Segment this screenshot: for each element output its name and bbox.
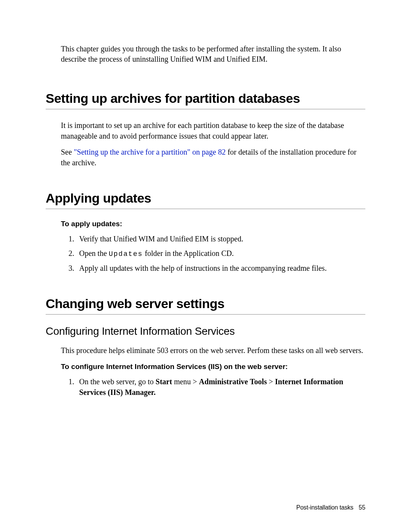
apply-updates-list: Verify that Unified WIM and Unified EIM … (46, 233, 365, 273)
cross-reference-link[interactable]: "Setting up the archive for a partition"… (74, 148, 226, 156)
li2-pre: Open the (79, 249, 109, 257)
section1-body: It is important to set up an archive for… (46, 120, 365, 168)
li1-bold-admin-tools: Administrative Tools (199, 377, 267, 386)
subheading-to-apply-updates: To apply updates: (61, 220, 365, 228)
li1-mid2: > (267, 377, 275, 386)
updates-folder-mono: Updates (109, 250, 143, 258)
heading-setting-up-archives: Setting up archives for partition databa… (46, 91, 365, 109)
configure-iis-list: On the web server, go to Start menu > Ad… (46, 376, 365, 398)
li1-pre: On the web server, go to (79, 377, 156, 386)
heading-configuring-iis: Configuring Internet Information Service… (46, 325, 365, 337)
list-item: Verify that Unified WIM and Unified EIM … (68, 233, 365, 244)
page-content: This chapter guides you through the task… (0, 0, 411, 443)
section1-p1: It is important to set up an archive for… (61, 120, 365, 141)
list-item: On the web server, go to Start menu > Ad… (68, 376, 365, 398)
li1-mid1: menu > (172, 377, 199, 386)
heading-applying-updates: Applying updates (46, 191, 365, 209)
li1-bold-start: Start (156, 377, 172, 386)
page-footer: Post-installation tasks55 (296, 504, 365, 511)
list-item: Apply all updates with the help of instr… (68, 263, 365, 273)
intro-paragraph: This chapter guides you through the task… (46, 44, 365, 64)
heading-changing-web-server-settings: Changing web server settings (46, 296, 365, 315)
li2-post: folder in the Application CD. (143, 249, 234, 257)
section3-p1: This procedure helps eliminate 503 error… (61, 345, 365, 356)
section1-p2: See "Setting up the archive for a partit… (61, 147, 365, 168)
footer-chapter-label: Post-installation tasks (296, 504, 353, 511)
footer-page-number: 55 (359, 504, 365, 511)
section3-body: This procedure helps eliminate 503 error… (46, 345, 365, 356)
list-item: Open the Updates folder in the Applicati… (68, 248, 365, 259)
section1-p2-pre: See (61, 148, 74, 156)
subheading-to-configure-iis: To configure Internet Information Servic… (61, 363, 365, 371)
